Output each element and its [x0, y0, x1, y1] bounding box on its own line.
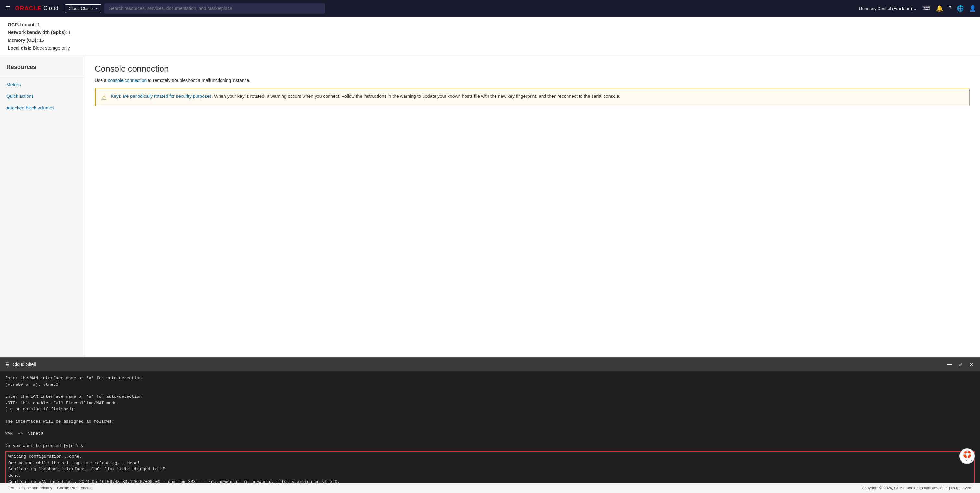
cloud-wordmark: Cloud — [43, 5, 59, 11]
developer-icon[interactable]: ⌨ — [922, 5, 931, 12]
sidebar-item-attached-block-volumes[interactable]: Attached block volumes — [0, 102, 84, 114]
sidebar-item-metrics[interactable]: Metrics — [0, 79, 84, 90]
warning-text-suffix: . When your key is rotated, a warning oc… — [212, 94, 620, 99]
memory-value: 16 — [39, 38, 45, 43]
warning-triangle-icon: ⚠ — [101, 94, 107, 101]
network-row: Network bandwidth (Gpbs): 1 — [8, 30, 972, 35]
region-selector[interactable]: Germany Central (Frankfurt) ⌄ — [859, 6, 917, 11]
network-value: 1 — [68, 30, 71, 35]
cloud-shell-expand-button[interactable]: ⤢ — [957, 361, 964, 368]
warning-message: Keys are periodically rotated for securi… — [111, 93, 620, 100]
notification-bell-icon[interactable]: 🔔 — [936, 5, 943, 12]
cloud-shell-minimize-button[interactable]: — — [946, 361, 953, 368]
nav-right-controls: Germany Central (Frankfurt) ⌄ ⌨ 🔔 ? 🌐 👤 — [859, 5, 976, 12]
cloud-shell-title: Cloud Shell — [13, 362, 36, 367]
keys-rotated-link[interactable]: Keys are periodically rotated for securi… — [111, 94, 212, 99]
region-label: Germany Central (Frankfurt) — [859, 6, 912, 11]
shell-line-11 — [5, 437, 975, 443]
shell-highlighted-line-2: One moment while the settings are reload… — [8, 460, 972, 466]
shell-line-5: NOTE: this enables full Firewalling/NAT … — [5, 400, 975, 406]
help-icon[interactable]: ? — [948, 5, 951, 12]
shell-line-1: Enter the WAN interface name or 'a' for … — [5, 375, 975, 382]
nav-hamburger-icon[interactable]: ☰ — [4, 3, 12, 13]
cloud-shell-body[interactable]: Enter the WAN interface name or 'a' for … — [0, 371, 980, 483]
shell-line-3 — [5, 388, 975, 393]
footer-copyright: Copyright © 2024, Oracle and/or its affi… — [862, 486, 972, 490]
shell-line-12: Do you want to proceed [y|n]? y — [5, 443, 975, 449]
sidebar-title: Resources — [0, 64, 84, 76]
shell-line-2: (vtnet0 or a): vtnet0 — [5, 382, 975, 388]
console-connection-link[interactable]: console connection — [108, 78, 146, 83]
cloud-shell-controls: — ⤢ ✕ — [946, 361, 975, 368]
region-chevron-icon: ⌄ — [913, 6, 917, 11]
warning-banner: ⚠ Keys are periodically rotated for secu… — [95, 88, 970, 106]
memory-row: Memory (GB): 16 — [8, 38, 972, 43]
oracle-logo: ORACLE Cloud — [15, 5, 59, 12]
lifebuoy-icon: 🛟 — [963, 450, 972, 459]
shell-highlighted-line-5: Configuring WAN interface...2024-05-16T0… — [8, 479, 972, 483]
instance-details: OCPU count: 1 Network bandwidth (Gpbs): … — [8, 22, 972, 51]
shell-highlighted-line-4: done. — [8, 472, 972, 479]
search-input[interactable] — [104, 3, 325, 14]
description-prefix: Use a — [95, 78, 107, 83]
cloud-shell-close-button[interactable]: ✕ — [968, 361, 975, 368]
footer-links: Terms of Use and Privacy Cookie Preferen… — [8, 486, 95, 490]
cloud-shell-panel: ☰ Cloud Shell — ⤢ ✕ Enter the WAN interf… — [0, 357, 980, 483]
sidebar-item-quick-actions[interactable]: Quick actions — [0, 90, 84, 102]
shell-highlighted-line-1: Writing configuration...done. — [8, 453, 972, 460]
cloud-shell-header: ☰ Cloud Shell — ⤢ ✕ — [0, 357, 980, 371]
cookie-preferences-link[interactable]: Cookie Preferences — [57, 486, 91, 490]
oracle-wordmark: ORACLE — [15, 5, 41, 12]
page-footer: Terms of Use and Privacy Cookie Preferen… — [0, 483, 980, 493]
instance-info-strip: OCPU count: 1 Network bandwidth (Gpbs): … — [0, 17, 980, 56]
shell-line-6: ( a or nothing if finished): — [5, 406, 975, 413]
cloud-shell-menu-icon[interactable]: ☰ — [5, 362, 10, 367]
shell-line-4: Enter the LAN interface name or 'a' for … — [5, 393, 975, 400]
description-suffix: to remotely troubleshoot a malfunctionin… — [148, 78, 250, 83]
help-dots: • • • — [961, 459, 973, 462]
ocpu-value: 1 — [37, 22, 40, 27]
shell-line-9 — [5, 425, 975, 431]
local-disk-value: Block storage only — [33, 45, 70, 51]
shell-line-10: WAN -> vtnet0 — [5, 431, 975, 437]
cloud-classic-button[interactable]: Cloud Classic › — [65, 4, 101, 13]
top-navigation: ☰ ORACLE Cloud Cloud Classic › Germany C… — [0, 0, 980, 17]
shell-highlighted-line-3: Configuring loopback interface...lo0: li… — [8, 466, 972, 472]
console-description: Use a console connection to remotely tro… — [95, 78, 970, 83]
memory-label: Memory (GB): — [8, 38, 38, 43]
ocpu-label: OCPU count: — [8, 22, 36, 27]
shell-highlighted-block: Writing configuration...done. One moment… — [5, 451, 975, 483]
local-disk-row: Local disk: Block storage only — [8, 45, 972, 51]
terms-link[interactable]: Terms of Use and Privacy — [8, 486, 52, 490]
ocpu-row: OCPU count: 1 — [8, 22, 972, 27]
page-title: Console connection — [95, 64, 970, 74]
shell-line-7 — [5, 413, 975, 418]
language-globe-icon[interactable]: 🌐 — [957, 5, 964, 12]
network-label: Network bandwidth (Gpbs): — [8, 30, 67, 35]
shell-line-8: The interfaces will be assigned as follo… — [5, 418, 975, 425]
user-avatar-icon[interactable]: 👤 — [969, 5, 976, 12]
cloud-shell-help-icon[interactable]: 🛟 • • • — [959, 448, 975, 464]
local-disk-label: Local disk: — [8, 45, 32, 51]
